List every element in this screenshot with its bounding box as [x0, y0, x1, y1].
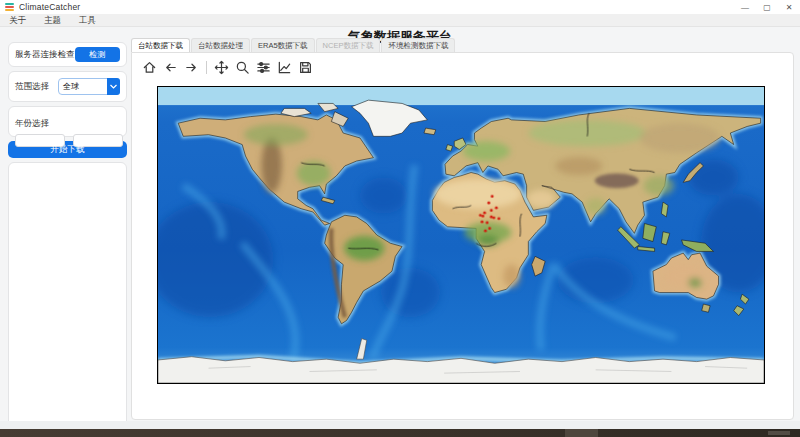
desktop-taskbar-edge	[0, 429, 800, 437]
tab-0[interactable]: 台站数据下载	[131, 38, 190, 52]
configure-icon[interactable]	[255, 59, 272, 76]
log-output-panel	[8, 162, 127, 428]
maximize-icon[interactable]: ▢	[756, 0, 778, 14]
tab-1[interactable]: 台站数据处理	[191, 38, 250, 52]
tab-3: NCEP数据下载	[316, 38, 381, 52]
menu-item-2[interactable]: 工具	[70, 14, 105, 27]
range-select-dropdown[interactable]: 全球	[58, 78, 120, 95]
range-select-value: 全球	[59, 81, 107, 92]
sidebar: 服务器连接检查 检测 范围选择 全球 年份选择 开始下载	[8, 42, 127, 428]
home-icon[interactable]	[141, 59, 158, 76]
plot-toolbar	[141, 59, 314, 76]
taskbar-clock	[768, 431, 790, 435]
tab-bar: 台站数据下载台站数据处理ERA5数据下载NCEP数据下载环境检测数据下载	[131, 38, 794, 52]
map-area	[157, 86, 767, 386]
range-select-group: 范围选择 全球	[8, 71, 127, 102]
app-logo-icon	[5, 3, 14, 12]
back-icon[interactable]	[162, 59, 179, 76]
window-title: ClimateCatcher	[19, 2, 80, 12]
figure-canvas-card	[131, 52, 794, 420]
window-controls: — ▢ ✕	[734, 0, 800, 14]
station-dot	[492, 216, 495, 219]
year-select-group: 年份选择	[8, 106, 127, 137]
station-dot	[483, 211, 486, 214]
station-dot	[479, 214, 482, 217]
year-select-label: 年份选择	[15, 118, 49, 128]
station-dot	[491, 195, 494, 198]
station-dot	[497, 217, 500, 220]
station-dot	[484, 229, 487, 232]
station-dot	[490, 209, 493, 212]
pan-icon[interactable]	[213, 59, 230, 76]
station-dot	[481, 215, 484, 218]
menu-bar: 关于主题工具	[0, 14, 800, 27]
save-icon[interactable]	[297, 59, 314, 76]
station-dot	[481, 220, 484, 223]
server-check-group: 服务器连接检查 检测	[8, 42, 127, 67]
tab-4[interactable]: 环境检测数据下载	[381, 38, 455, 52]
title-bar: ClimateCatcher — ▢ ✕	[0, 0, 800, 14]
chevron-down-icon[interactable]	[107, 78, 120, 95]
edit-icon[interactable]	[276, 59, 293, 76]
zoom-icon[interactable]	[234, 59, 251, 76]
station-dot	[495, 206, 498, 209]
station-dot	[490, 216, 493, 219]
station-dot	[488, 227, 491, 230]
server-check-button[interactable]: 检测	[75, 47, 121, 62]
server-check-label: 服务器连接检查	[15, 49, 75, 61]
main-panel: 台站数据下载台站数据处理ERA5数据下载NCEP数据下载环境检测数据下载	[131, 38, 794, 420]
minimize-icon[interactable]: —	[734, 0, 756, 14]
toolbar-separator	[206, 61, 207, 74]
app-window: ClimateCatcher — ▢ ✕ 关于主题工具 气象数据服务平台 服务器…	[0, 0, 800, 429]
menu-item-1[interactable]: 主题	[35, 14, 70, 27]
tab-2[interactable]: ERA5数据下载	[251, 38, 315, 52]
station-dot	[486, 221, 489, 224]
status-strip	[0, 421, 800, 429]
forward-icon[interactable]	[183, 59, 200, 76]
taskbar-item	[565, 429, 598, 437]
station-dot	[487, 202, 490, 205]
world-relief-map[interactable]	[157, 86, 765, 384]
close-icon[interactable]: ✕	[778, 0, 800, 14]
range-select-label: 范围选择	[15, 81, 49, 93]
menu-item-0[interactable]: 关于	[0, 14, 35, 27]
